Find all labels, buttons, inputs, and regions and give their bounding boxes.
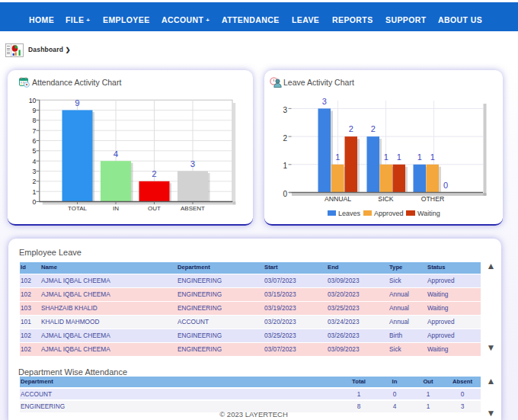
svg-text:0: 0 bbox=[32, 198, 36, 206]
svg-text:ANNUAL: ANNUAL bbox=[325, 195, 351, 203]
svg-text:3: 3 bbox=[190, 159, 195, 168]
svg-text:10: 10 bbox=[29, 97, 37, 104]
svg-text:SICK: SICK bbox=[378, 195, 393, 203]
svg-text:3: 3 bbox=[283, 106, 287, 114]
svg-text:1: 1 bbox=[283, 162, 287, 170]
svg-text:1: 1 bbox=[384, 152, 388, 162]
svg-text:6: 6 bbox=[32, 137, 36, 145]
svg-text:1: 1 bbox=[32, 188, 36, 196]
svg-text:ABSENT: ABSENT bbox=[181, 205, 205, 212]
svg-text:IN: IN bbox=[113, 205, 119, 212]
svg-text:Leaves: Leaves bbox=[338, 210, 361, 217]
svg-text:5: 5 bbox=[32, 147, 36, 155]
svg-text:3: 3 bbox=[32, 168, 36, 175]
svg-text:Waiting: Waiting bbox=[417, 210, 440, 217]
svg-text:2: 2 bbox=[349, 124, 353, 133]
svg-text:4: 4 bbox=[32, 158, 36, 165]
svg-text:9: 9 bbox=[32, 107, 36, 114]
svg-text:2: 2 bbox=[32, 178, 36, 185]
svg-text:0: 0 bbox=[283, 190, 287, 198]
svg-text:2: 2 bbox=[152, 169, 156, 178]
svg-text:4: 4 bbox=[114, 149, 119, 159]
svg-text:3: 3 bbox=[322, 97, 327, 106]
svg-text:1: 1 bbox=[417, 152, 422, 162]
svg-text:TOTAL: TOTAL bbox=[68, 205, 88, 212]
svg-text:OTHER: OTHER bbox=[421, 195, 444, 203]
svg-text:OUT: OUT bbox=[148, 205, 161, 212]
svg-text:9: 9 bbox=[75, 98, 79, 107]
svg-text:2: 2 bbox=[283, 134, 287, 143]
svg-text:1: 1 bbox=[335, 152, 340, 162]
svg-text:Approved: Approved bbox=[374, 210, 404, 217]
svg-text:1: 1 bbox=[430, 152, 435, 162]
svg-text:8: 8 bbox=[32, 117, 36, 124]
svg-text:0: 0 bbox=[443, 181, 448, 190]
svg-text:1: 1 bbox=[397, 152, 401, 162]
svg-text:2: 2 bbox=[371, 124, 376, 133]
svg-text:7: 7 bbox=[32, 127, 36, 135]
